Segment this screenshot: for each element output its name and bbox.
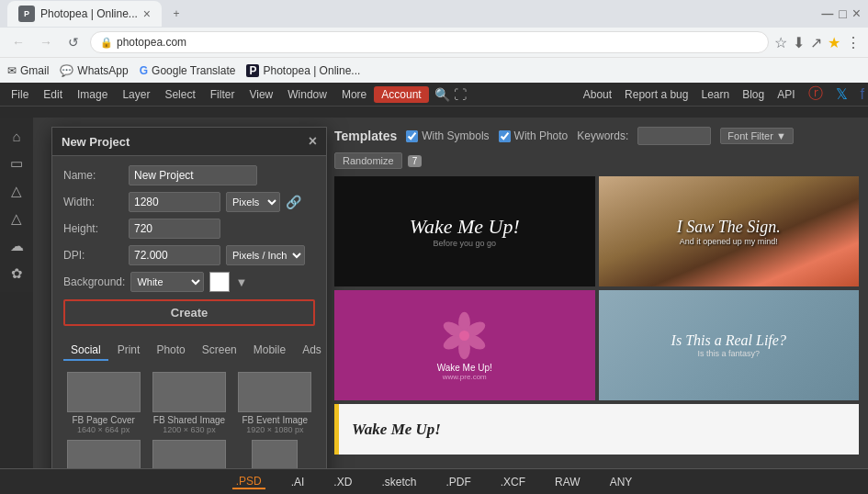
new-project-dialog: New Project × Name: Width: Pixels Inches… — [51, 127, 327, 468]
dpi-unit-select[interactable]: Pixels / Inch Pixels / cm — [226, 245, 305, 265]
bookmark-translate[interactable]: G Google Translate — [140, 64, 236, 77]
with-symbols-checkbox-label[interactable]: With Symbols — [406, 129, 489, 142]
sidebar-monitor-icon[interactable]: ▭ — [3, 151, 30, 176]
dpi-input[interactable] — [129, 245, 220, 265]
bg-color-swatch[interactable] — [209, 272, 230, 292]
url-bar[interactable]: 🔒 photopea.com — [90, 31, 769, 53]
menu-edit[interactable]: Edit — [36, 86, 70, 103]
learn-link[interactable]: Learn — [701, 88, 729, 101]
with-photo-checkbox-label[interactable]: With Photo — [499, 129, 569, 142]
back-btn[interactable]: ← — [7, 31, 29, 53]
sidebar-triangle2-icon[interactable]: △ — [3, 206, 30, 231]
close-btn[interactable]: × — [852, 6, 861, 22]
tab-print[interactable]: Print — [110, 341, 148, 361]
photopea-icon: P — [246, 64, 259, 77]
font-filter-btn[interactable]: Font Filter ▼ — [720, 128, 793, 144]
bookmark-star-icon[interactable]: ☆ — [774, 34, 787, 51]
twitter-icon[interactable]: 𝕏 — [836, 85, 848, 103]
report-bug-link[interactable]: Report a bug — [625, 88, 688, 101]
facebook-icon[interactable]: f — [861, 86, 864, 103]
about-link[interactable]: About — [583, 88, 612, 101]
forward-btn[interactable]: → — [35, 31, 57, 53]
tab-screen[interactable]: Screen — [195, 341, 244, 361]
download-icon[interactable]: ⬇ — [793, 34, 805, 51]
template-tabs-row: Social Print Photo Screen Mobile Ads 2N — [52, 335, 326, 361]
format-pdf[interactable]: .PDF — [442, 476, 474, 488]
tab-social[interactable]: Social — [63, 341, 108, 361]
format-any[interactable]: ANY — [606, 476, 637, 488]
sidebar-cloud-icon[interactable]: ☁ — [3, 233, 30, 259]
menu-window[interactable]: Window — [280, 86, 334, 103]
format-ai[interactable]: .AI — [287, 476, 309, 488]
menu-dots-icon[interactable]: ⋮ — [846, 34, 861, 51]
width-input[interactable] — [129, 192, 220, 212]
tab-close-btn[interactable]: × — [143, 6, 151, 21]
translate-label: Google Translate — [152, 64, 235, 77]
preset-fb-page-cover[interactable]: FB Page Cover 1640 × 664 px — [63, 372, 143, 434]
share-icon[interactable]: ↗ — [810, 34, 822, 51]
life-subtitle: Is this a fantasy? — [697, 349, 760, 358]
preview-wake-dark[interactable]: Wake Me Up! Before you go go — [334, 176, 595, 286]
tab-ads[interactable]: Ads — [295, 341, 329, 361]
bg-dropdown-icon[interactable]: ▼ — [235, 275, 247, 289]
preset-insta-story[interactable]: Insta Story 1080 × 1920 px — [235, 440, 315, 468]
menu-layer[interactable]: Layer — [115, 86, 157, 103]
api-link[interactable]: API — [777, 88, 795, 101]
preview-banner[interactable]: Wake Me Up! — [334, 404, 859, 455]
name-input[interactable] — [129, 165, 257, 185]
preset-fb-shared-image[interactable]: FB Shared Image 1200 × 630 px — [149, 372, 229, 434]
keywords-input[interactable] — [637, 127, 711, 145]
bookmark-photopea[interactable]: P Photopea | Online... — [246, 64, 360, 77]
refresh-btn[interactable]: ↺ — [62, 31, 85, 53]
with-symbols-checkbox[interactable] — [406, 130, 418, 142]
dialog-close-btn[interactable]: × — [309, 133, 317, 150]
width-label: Width: — [63, 196, 123, 208]
bookmark-gmail[interactable]: ✉ Gmail — [7, 64, 49, 77]
randomize-btn[interactable]: Randomize — [334, 152, 402, 169]
bookmark-whatsapp[interactable]: 💬 WhatsApp — [60, 64, 128, 77]
banner-title: Wake Me Up! — [352, 421, 441, 439]
preview-flower[interactable]: Wake Me Up! www.pre.com — [334, 290, 595, 400]
format-psd[interactable]: .PSD — [232, 475, 265, 489]
with-photo-checkbox[interactable] — [499, 130, 511, 142]
dpi-row: DPI: Pixels / Inch Pixels / cm — [63, 245, 315, 265]
fullscreen-icon[interactable]: ⛶ — [454, 87, 467, 102]
blog-link[interactable]: Blog — [742, 88, 764, 101]
format-xcf[interactable]: .XCF — [497, 476, 529, 488]
preset-fb-group-header[interactable]: FB Group Header 1640 × 855 px — [63, 440, 143, 468]
reddit-icon[interactable]: ⓡ — [808, 84, 823, 104]
format-raw[interactable]: RAW — [551, 476, 584, 488]
browser-tabs: P Photopea | Online... × + ─ □ × — [0, 0, 868, 28]
format-xd[interactable]: .XD — [330, 476, 355, 488]
height-input[interactable] — [129, 219, 220, 239]
preset-instagram[interactable]: Instagram 1080 × 1080 px — [149, 440, 229, 468]
tab-mobile[interactable]: Mobile — [246, 341, 293, 361]
sidebar-flower-icon[interactable]: ✿ — [3, 261, 30, 286]
menu-select[interactable]: Select — [157, 86, 202, 103]
new-tab-btn[interactable]: + — [165, 3, 187, 25]
tab-photo[interactable]: Photo — [149, 341, 192, 361]
preview-saw[interactable]: I Saw The Sign. And it opened up my mind… — [599, 176, 860, 286]
search-icon[interactable]: 🔍 — [434, 87, 450, 102]
active-tab[interactable]: P Photopea | Online... × — [7, 1, 162, 27]
width-unit-select[interactable]: Pixels Inches cm — [226, 192, 280, 212]
menu-image[interactable]: Image — [70, 86, 115, 103]
sidebar-triangle1-icon[interactable]: △ — [3, 178, 30, 204]
preview-life[interactable]: Is This a Real Life? Is this a fantasy? — [599, 290, 860, 400]
format-sketch[interactable]: .sketch — [378, 476, 420, 488]
menu-account[interactable]: Account — [374, 86, 428, 103]
menu-view[interactable]: View — [242, 86, 280, 103]
minimize-btn[interactable]: ─ — [821, 5, 833, 24]
life-title: Is This a Real Life? — [671, 332, 786, 349]
sidebar-home-icon[interactable]: ⌂ — [3, 123, 30, 149]
menu-filter[interactable]: Filter — [203, 86, 242, 103]
preset-fb-event-image[interactable]: FB Event Image 1920 × 1080 px — [235, 372, 315, 434]
maximize-btn[interactable]: □ — [839, 6, 846, 21]
menu-more[interactable]: More — [334, 86, 374, 103]
create-button[interactable]: Create — [63, 299, 315, 326]
app-menubar: File Edit Image Layer Select Filter View… — [0, 83, 868, 107]
bg-select[interactable]: White Black Transparent — [130, 272, 204, 292]
window-controls: ─ □ × — [821, 5, 861, 24]
height-row: Height: — [63, 219, 315, 239]
menu-file[interactable]: File — [4, 86, 36, 103]
